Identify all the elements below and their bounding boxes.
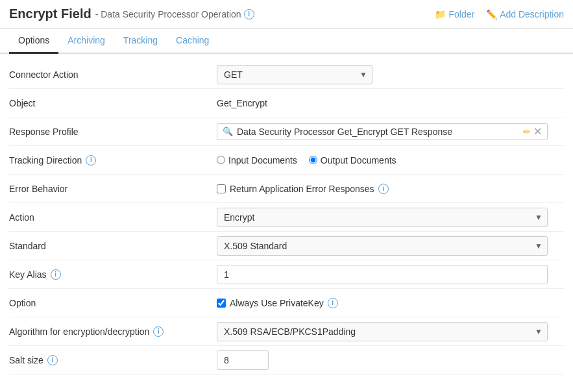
input-documents-option[interactable]: Input Documents [217, 155, 297, 165]
action-label: Action [9, 212, 217, 223]
algorithm-info-icon[interactable]: i [153, 326, 164, 337]
object-value: Get_Encrypt [217, 98, 267, 108]
add-description-label: Add Description [500, 9, 564, 19]
object-label: Object [9, 98, 217, 108]
folder-label: Folder [448, 9, 474, 19]
tab-bar: Options Archiving Tracking Caching [0, 29, 573, 54]
output-documents-label: Output Documents [321, 155, 396, 165]
key-alias-label: Key Alias i [9, 269, 217, 280]
salt-size-info-icon[interactable]: i [47, 355, 58, 365]
response-profile-label: Response Profile [9, 127, 217, 137]
option-row: Option Always Use PrivateKey i [9, 289, 564, 317]
key-alias-row: Key Alias i [9, 260, 564, 289]
error-behavior-control: Return Application Error Responses i [217, 184, 564, 194]
page-header: Encrypt Field - Data Security Processor … [0, 0, 573, 29]
algorithm-control: X.509 RSA/ECB/PKCS1Padding X.509 RSA/ECB… [217, 322, 564, 341]
salt-size-label: Salt size i [9, 355, 217, 365]
folder-button[interactable]: 📁 Folder [435, 9, 474, 19]
tracking-direction-row: Tracking Direction i Input Documents Out… [9, 146, 564, 175]
connector-action-control: GET POST PUT DELETE ▼ [217, 65, 564, 84]
standard-row: Standard X.509 Standard PGP Standard ▼ [9, 232, 564, 260]
input-documents-radio[interactable] [217, 156, 225, 164]
add-description-button[interactable]: ✏️ Add Description [486, 9, 564, 19]
option-checkbox-label: Always Use PrivateKey [230, 298, 324, 308]
option-checkbox-option[interactable]: Always Use PrivateKey i [217, 298, 338, 308]
standard-label: Standard [9, 241, 217, 251]
option-control: Always Use PrivateKey i [217, 298, 564, 308]
error-behavior-info-icon[interactable]: i [378, 184, 389, 194]
response-profile-edit-icon[interactable]: ✏ [523, 127, 531, 137]
action-row: Action Encrypt Decrypt ▼ [9, 203, 564, 232]
action-select-wrapper: Encrypt Decrypt ▼ [217, 208, 548, 227]
option-checkbox[interactable] [217, 299, 226, 308]
response-profile-close-icon[interactable]: ✕ [533, 127, 542, 137]
response-profile-text: Data Security Processor Get_Encrypt GET … [237, 127, 519, 137]
tracking-direction-radio-group: Input Documents Output Documents [217, 155, 396, 165]
header-info-icon[interactable]: i [244, 9, 254, 19]
page-subtitle: - Data Security Processor Operation [95, 9, 241, 19]
option-info-icon[interactable]: i [328, 298, 338, 308]
pencil-icon: ✏️ [486, 9, 497, 19]
object-control: Get_Encrypt [217, 98, 564, 108]
error-behavior-label: Error Behavior [9, 184, 217, 194]
tab-caching[interactable]: Caching [167, 29, 218, 54]
standard-select-wrapper: X.509 Standard PGP Standard ▼ [217, 236, 548, 256]
form-body: Connector Action GET POST PUT DELETE ▼ O… [0, 54, 573, 381]
error-behavior-checkbox-label: Return Application Error Responses [230, 184, 374, 194]
action-select[interactable]: Encrypt Decrypt [217, 208, 548, 227]
salt-size-row: Salt size i [9, 346, 564, 374]
connector-action-label: Connector Action [9, 69, 217, 80]
connector-action-row: Connector Action GET POST PUT DELETE ▼ [9, 60, 564, 89]
response-profile-control: 🔍 Data Security Processor Get_Encrypt GE… [217, 123, 564, 140]
response-profile-row: Response Profile 🔍 Data Security Process… [9, 117, 564, 146]
standard-select[interactable]: X.509 Standard PGP Standard [217, 236, 548, 256]
algorithm-row: Algorithm for encryption/decryption i X.… [9, 317, 564, 346]
tab-archiving[interactable]: Archiving [58, 29, 114, 54]
object-row: Object Get_Encrypt [9, 89, 564, 117]
algorithm-select-wrapper: X.509 RSA/ECB/PKCS1Padding X.509 RSA/ECB… [217, 322, 548, 341]
error-behavior-row: Error Behavior Return Application Error … [9, 175, 564, 203]
algorithm-label: Algorithm for encryption/decryption i [9, 326, 217, 337]
error-behavior-checkbox[interactable] [217, 184, 226, 193]
output-documents-option[interactable]: Output Documents [309, 155, 396, 165]
search-icon: 🔍 [223, 127, 233, 136]
tab-options[interactable]: Options [9, 29, 58, 54]
option-label: Option [9, 298, 217, 308]
key-alias-info-icon[interactable]: i [51, 269, 61, 280]
tracking-direction-control: Input Documents Output Documents [217, 155, 564, 165]
page-title: Encrypt Field [9, 6, 91, 21]
folder-icon: 📁 [435, 9, 446, 19]
salt-size-input[interactable] [217, 350, 269, 370]
tracking-direction-info-icon[interactable]: i [86, 155, 96, 165]
tracking-direction-label: Tracking Direction i [9, 155, 217, 165]
salt-size-control [217, 350, 564, 370]
connector-action-select[interactable]: GET POST PUT DELETE [217, 65, 372, 84]
key-alias-control [217, 265, 564, 284]
error-behavior-checkbox-option[interactable]: Return Application Error Responses i [217, 184, 389, 194]
algorithm-select[interactable]: X.509 RSA/ECB/PKCS1Padding X.509 RSA/ECB… [217, 322, 548, 341]
action-control: Encrypt Decrypt ▼ [217, 208, 564, 227]
connector-action-select-wrapper: GET POST PUT DELETE ▼ [217, 65, 372, 84]
standard-control: X.509 Standard PGP Standard ▼ [217, 236, 564, 256]
response-profile-field[interactable]: 🔍 Data Security Processor Get_Encrypt GE… [217, 123, 548, 140]
output-documents-radio[interactable] [309, 156, 317, 164]
key-alias-input[interactable] [217, 265, 548, 284]
input-documents-label: Input Documents [228, 155, 297, 165]
tab-tracking[interactable]: Tracking [114, 29, 167, 54]
